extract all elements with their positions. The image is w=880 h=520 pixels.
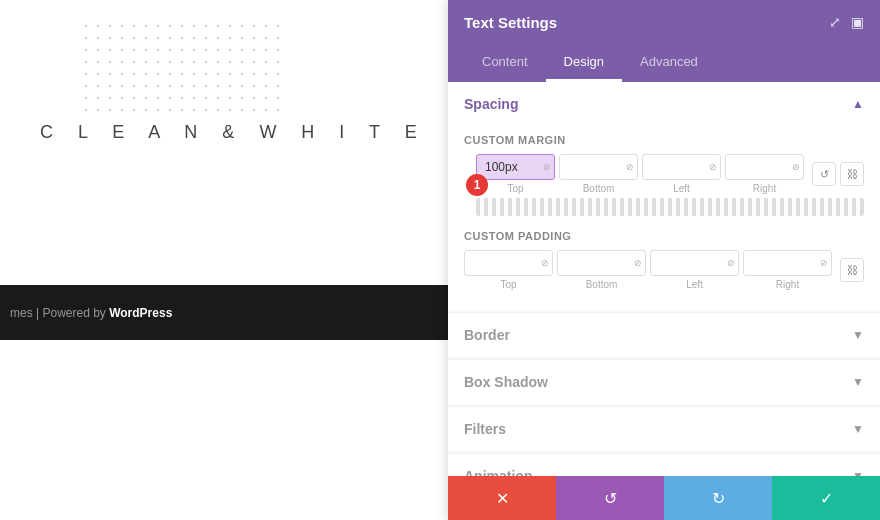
padding-controls: ⛓ — [840, 258, 864, 282]
panel-body: Spacing ▲ Custom Margin 1 ⊘ — [448, 82, 880, 476]
layout-icon[interactable]: ▣ — [851, 14, 864, 30]
padding-left-label: Left — [686, 279, 703, 290]
footer-bar: mes | Powered by WordPress — [0, 285, 448, 340]
margin-input-row: ⊘ Top ⊘ Bottom — [476, 154, 864, 194]
panel-footer: ✕ ↺ ↻ ✓ — [448, 476, 880, 520]
margin-label: Custom Margin — [464, 134, 864, 146]
tab-advanced[interactable]: Advanced — [622, 44, 716, 82]
dot-pattern — [80, 20, 280, 120]
panel-title: Text Settings — [464, 14, 557, 31]
animation-title: Animation — [464, 468, 532, 476]
expand-icon[interactable]: ⤢ — [829, 14, 841, 30]
filters-section-header[interactable]: Filters ▼ — [448, 407, 880, 451]
padding-right-group: ⊘ Right — [743, 250, 832, 290]
padding-right-unit: ⊘ — [820, 258, 828, 268]
undo-icon: ↺ — [604, 489, 617, 508]
margin-left-label: Left — [673, 183, 690, 194]
border-section-header[interactable]: Border ▼ — [448, 313, 880, 357]
padding-right-wrapper: ⊘ — [743, 250, 832, 276]
animation-chevron: ▼ — [852, 469, 864, 476]
animation-section-header[interactable]: Animation ▼ — [448, 454, 880, 476]
margin-row-wrapper: 1 ⊘ Top — [476, 154, 864, 216]
undo-button[interactable]: ↺ — [556, 476, 664, 520]
padding-left-input[interactable] — [650, 250, 739, 276]
padding-bottom-input[interactable] — [557, 250, 646, 276]
padding-bottom-wrapper: ⊘ — [557, 250, 646, 276]
settings-panel: Text Settings ⤢ ▣ Content Design Advance… — [448, 0, 880, 520]
box-shadow-section-header[interactable]: Box Shadow ▼ — [448, 360, 880, 404]
margin-linked-bar — [476, 198, 864, 216]
box-shadow-chevron: ▼ — [852, 375, 864, 389]
padding-bottom-group: ⊘ Bottom — [557, 250, 646, 290]
margin-right-unit: ⊘ — [792, 162, 800, 172]
margin-right-group: ⊘ Right — [725, 154, 804, 194]
margin-right-wrapper: ⊘ — [725, 154, 804, 180]
redo-button[interactable]: ↻ — [664, 476, 772, 520]
padding-top-wrapper: ⊘ — [464, 250, 553, 276]
powered-by-text: mes | Powered by WordPress — [10, 306, 172, 320]
margin-right-label: Right — [753, 183, 776, 194]
padding-bottom-unit: ⊘ — [634, 258, 642, 268]
padding-right-input[interactable] — [743, 250, 832, 276]
filters-title: Filters — [464, 421, 506, 437]
padding-label: Custom Padding — [464, 230, 864, 242]
animation-section: Animation ▼ — [448, 453, 880, 476]
spacing-chevron: ▲ — [852, 97, 864, 111]
margin-top-wrapper: ⊘ — [476, 154, 555, 180]
margin-reset-btn[interactable]: ↺ — [812, 162, 836, 186]
padding-link-btn[interactable]: ⛓ — [840, 258, 864, 282]
border-section: Border ▼ — [448, 312, 880, 357]
filters-section: Filters ▼ — [448, 406, 880, 451]
spacing-title: Spacing — [464, 96, 518, 112]
box-shadow-section: Box Shadow ▼ — [448, 359, 880, 404]
padding-bottom-label: Bottom — [586, 279, 618, 290]
cancel-icon: ✕ — [496, 489, 509, 508]
spacing-section-header[interactable]: Spacing ▲ — [448, 82, 880, 126]
tab-content[interactable]: Content — [464, 44, 546, 82]
padding-top-input[interactable] — [464, 250, 553, 276]
padding-right-label: Right — [776, 279, 799, 290]
padding-top-label: Top — [500, 279, 516, 290]
border-title: Border — [464, 327, 510, 343]
margin-bottom-label: Bottom — [583, 183, 615, 194]
save-icon: ✓ — [820, 489, 833, 508]
margin-controls: ↺ ⛓ — [812, 162, 864, 186]
padding-top-group: ⊘ Top — [464, 250, 553, 290]
margin-top-label: Top — [507, 183, 523, 194]
margin-top-unit: ⊘ — [543, 162, 551, 172]
margin-bottom-group: ⊘ Bottom — [559, 154, 638, 194]
page-background: C L E A N & W H I T E mes | Powered by W… — [0, 0, 448, 520]
spacing-section: Spacing ▲ Custom Margin 1 ⊘ — [448, 82, 880, 310]
tab-design[interactable]: Design — [546, 44, 622, 82]
box-shadow-title: Box Shadow — [464, 374, 548, 390]
step-badge-1: 1 — [466, 174, 488, 196]
filters-chevron: ▼ — [852, 422, 864, 436]
panel-header: Text Settings ⤢ ▣ — [448, 0, 880, 44]
panel-header-icons: ⤢ ▣ — [829, 14, 864, 30]
padding-left-unit: ⊘ — [727, 258, 735, 268]
redo-icon: ↻ — [712, 489, 725, 508]
margin-bottom-wrapper: ⊘ — [559, 154, 638, 180]
margin-left-unit: ⊘ — [709, 162, 717, 172]
page-headline: C L E A N & W H I T E — [40, 122, 427, 143]
margin-top-group: ⊘ Top — [476, 154, 555, 194]
padding-left-group: ⊘ Left — [650, 250, 739, 290]
margin-link-btn[interactable]: ⛓ — [840, 162, 864, 186]
padding-input-row: ⊘ Top ⊘ Bottom ⊘ — [464, 250, 864, 290]
padding-left-wrapper: ⊘ — [650, 250, 739, 276]
margin-left-wrapper: ⊘ — [642, 154, 721, 180]
cancel-button[interactable]: ✕ — [448, 476, 556, 520]
padding-top-unit: ⊘ — [541, 258, 549, 268]
margin-bottom-unit: ⊘ — [626, 162, 634, 172]
margin-left-group: ⊘ Left — [642, 154, 721, 194]
margin-linked-row — [476, 198, 864, 216]
panel-tabs: Content Design Advanced — [448, 44, 880, 82]
border-chevron: ▼ — [852, 328, 864, 342]
save-button[interactable]: ✓ — [772, 476, 880, 520]
spacing-content: Custom Margin 1 ⊘ Top — [448, 126, 880, 310]
